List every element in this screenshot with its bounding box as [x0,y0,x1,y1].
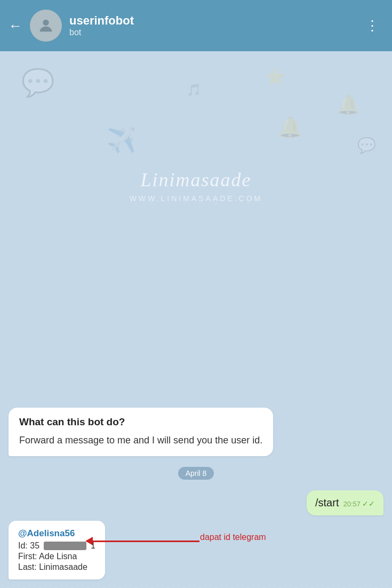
info-card-first: First: Ade Lisna [18,552,95,561]
info-card: @Adelisna56 Id: 35 1 First: Ade Lisna La… [9,521,105,579]
id-blur [44,542,86,550]
messages-container: What can this bot do? Forward a message … [0,399,392,588]
chat-background: 💬 🔔 ✈️ ⭐ 💬 🎵 🔔 Linimasaade WWW.LINIMASAA… [0,51,392,588]
avatar [30,10,62,42]
svg-point-0 [43,20,49,26]
message-meta: 20:57 ✓✓ [343,499,375,509]
bot-message: What can this bot do? Forward a message … [9,408,273,456]
message-time: 20:57 [343,500,361,508]
info-card-id-label: Id: 35 [18,541,39,551]
watermark-script: Linimasaade [130,169,262,191]
person-icon [37,17,55,35]
header-info: userinfobot bot [69,14,361,37]
info-card-id-suffix: 1 [91,541,95,551]
watermark: Linimasaade WWW.LINIMASAADE.COM [130,169,262,203]
info-card-handle: @Adelisna56 [18,528,95,539]
date-badge: April 8 [178,467,214,480]
info-card-last: Last: Linimasaade [18,562,95,572]
date-divider: April 8 [9,467,383,480]
message-ticks: ✓✓ [362,499,375,508]
bot-subtitle: bot [69,28,361,37]
user-message-text: /start [315,497,339,509]
back-button[interactable]: ← [9,18,22,34]
menu-button[interactable]: ⋮ [361,13,383,38]
chat-header: ← userinfobot bot ⋮ [0,0,392,51]
info-card-id-row: Id: 35 1 [18,541,95,551]
bot-message-title: What can this bot do? [19,416,262,428]
watermark-url: WWW.LINIMASAADE.COM [130,194,262,203]
bot-message-body: Forward a message to me and I will send … [19,433,262,448]
user-message: /start 20:57 ✓✓ [307,490,383,515]
bot-name: userinfobot [69,14,361,28]
